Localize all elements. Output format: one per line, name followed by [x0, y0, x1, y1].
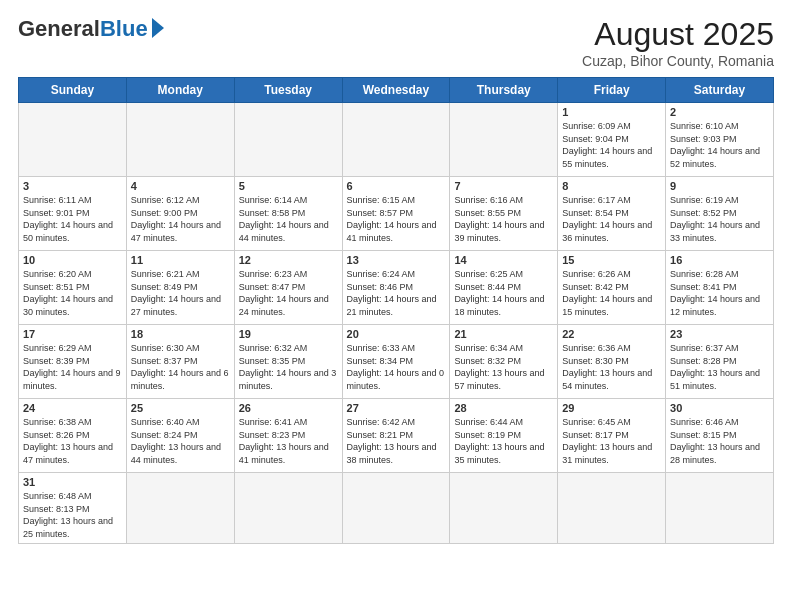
- day-number: 1: [562, 106, 661, 118]
- logo-blue-text: Blue: [100, 16, 148, 42]
- day-info: Sunrise: 6:19 AM Sunset: 8:52 PM Dayligh…: [670, 194, 769, 244]
- day-info: Sunrise: 6:15 AM Sunset: 8:57 PM Dayligh…: [347, 194, 446, 244]
- day-number: 28: [454, 402, 553, 414]
- day-number: 7: [454, 180, 553, 192]
- calendar-cell: 4Sunrise: 6:12 AM Sunset: 9:00 PM Daylig…: [126, 177, 234, 251]
- day-number: 9: [670, 180, 769, 192]
- day-number: 14: [454, 254, 553, 266]
- calendar-cell: 17Sunrise: 6:29 AM Sunset: 8:39 PM Dayli…: [19, 325, 127, 399]
- week-row-5: 31Sunrise: 6:48 AM Sunset: 8:13 PM Dayli…: [19, 473, 774, 544]
- day-number: 16: [670, 254, 769, 266]
- day-number: 2: [670, 106, 769, 118]
- day-info: Sunrise: 6:17 AM Sunset: 8:54 PM Dayligh…: [562, 194, 661, 244]
- month-title: August 2025: [582, 16, 774, 53]
- calendar-cell: 30Sunrise: 6:46 AM Sunset: 8:15 PM Dayli…: [666, 399, 774, 473]
- day-info: Sunrise: 6:16 AM Sunset: 8:55 PM Dayligh…: [454, 194, 553, 244]
- logo-triangle-icon: [152, 18, 164, 38]
- day-info: Sunrise: 6:46 AM Sunset: 8:15 PM Dayligh…: [670, 416, 769, 466]
- day-info: Sunrise: 6:41 AM Sunset: 8:23 PM Dayligh…: [239, 416, 338, 466]
- day-info: Sunrise: 6:42 AM Sunset: 8:21 PM Dayligh…: [347, 416, 446, 466]
- calendar-cell: 12Sunrise: 6:23 AM Sunset: 8:47 PM Dayli…: [234, 251, 342, 325]
- day-info: Sunrise: 6:44 AM Sunset: 8:19 PM Dayligh…: [454, 416, 553, 466]
- day-info: Sunrise: 6:10 AM Sunset: 9:03 PM Dayligh…: [670, 120, 769, 170]
- calendar-cell: 5Sunrise: 6:14 AM Sunset: 8:58 PM Daylig…: [234, 177, 342, 251]
- calendar-cell: 10Sunrise: 6:20 AM Sunset: 8:51 PM Dayli…: [19, 251, 127, 325]
- calendar-cell: 19Sunrise: 6:32 AM Sunset: 8:35 PM Dayli…: [234, 325, 342, 399]
- day-number: 12: [239, 254, 338, 266]
- calendar-cell: 22Sunrise: 6:36 AM Sunset: 8:30 PM Dayli…: [558, 325, 666, 399]
- day-info: Sunrise: 6:37 AM Sunset: 8:28 PM Dayligh…: [670, 342, 769, 392]
- week-row-2: 10Sunrise: 6:20 AM Sunset: 8:51 PM Dayli…: [19, 251, 774, 325]
- day-number: 20: [347, 328, 446, 340]
- calendar-cell: 29Sunrise: 6:45 AM Sunset: 8:17 PM Dayli…: [558, 399, 666, 473]
- calendar-cell: 31Sunrise: 6:48 AM Sunset: 8:13 PM Dayli…: [19, 473, 127, 544]
- logo: General Blue: [18, 16, 164, 42]
- day-number: 15: [562, 254, 661, 266]
- calendar-cell: [666, 473, 774, 544]
- calendar-cell: 14Sunrise: 6:25 AM Sunset: 8:44 PM Dayli…: [450, 251, 558, 325]
- day-number: 21: [454, 328, 553, 340]
- calendar-cell: [19, 103, 127, 177]
- calendar-cell: 13Sunrise: 6:24 AM Sunset: 8:46 PM Dayli…: [342, 251, 450, 325]
- day-info: Sunrise: 6:23 AM Sunset: 8:47 PM Dayligh…: [239, 268, 338, 318]
- calendar-cell: 9Sunrise: 6:19 AM Sunset: 8:52 PM Daylig…: [666, 177, 774, 251]
- calendar-cell: 8Sunrise: 6:17 AM Sunset: 8:54 PM Daylig…: [558, 177, 666, 251]
- day-info: Sunrise: 6:20 AM Sunset: 8:51 PM Dayligh…: [23, 268, 122, 318]
- week-row-0: 1Sunrise: 6:09 AM Sunset: 9:04 PM Daylig…: [19, 103, 774, 177]
- day-info: Sunrise: 6:11 AM Sunset: 9:01 PM Dayligh…: [23, 194, 122, 244]
- calendar-cell: 6Sunrise: 6:15 AM Sunset: 8:57 PM Daylig…: [342, 177, 450, 251]
- weekday-header-tuesday: Tuesday: [234, 78, 342, 103]
- calendar-cell: [450, 473, 558, 544]
- day-info: Sunrise: 6:26 AM Sunset: 8:42 PM Dayligh…: [562, 268, 661, 318]
- day-info: Sunrise: 6:14 AM Sunset: 8:58 PM Dayligh…: [239, 194, 338, 244]
- day-info: Sunrise: 6:36 AM Sunset: 8:30 PM Dayligh…: [562, 342, 661, 392]
- day-info: Sunrise: 6:30 AM Sunset: 8:37 PM Dayligh…: [131, 342, 230, 392]
- day-number: 8: [562, 180, 661, 192]
- day-number: 18: [131, 328, 230, 340]
- day-number: 6: [347, 180, 446, 192]
- day-number: 25: [131, 402, 230, 414]
- calendar-cell: 15Sunrise: 6:26 AM Sunset: 8:42 PM Dayli…: [558, 251, 666, 325]
- calendar-cell: 25Sunrise: 6:40 AM Sunset: 8:24 PM Dayli…: [126, 399, 234, 473]
- calendar-cell: [450, 103, 558, 177]
- calendar-cell: 27Sunrise: 6:42 AM Sunset: 8:21 PM Dayli…: [342, 399, 450, 473]
- calendar-cell: 23Sunrise: 6:37 AM Sunset: 8:28 PM Dayli…: [666, 325, 774, 399]
- day-info: Sunrise: 6:28 AM Sunset: 8:41 PM Dayligh…: [670, 268, 769, 318]
- day-number: 11: [131, 254, 230, 266]
- day-number: 5: [239, 180, 338, 192]
- calendar-cell: [126, 473, 234, 544]
- day-number: 30: [670, 402, 769, 414]
- day-info: Sunrise: 6:48 AM Sunset: 8:13 PM Dayligh…: [23, 490, 122, 540]
- header: General Blue August 2025 Cuzap, Bihor Co…: [18, 16, 774, 69]
- calendar-cell: [558, 473, 666, 544]
- weekday-header-friday: Friday: [558, 78, 666, 103]
- day-number: 3: [23, 180, 122, 192]
- day-info: Sunrise: 6:32 AM Sunset: 8:35 PM Dayligh…: [239, 342, 338, 392]
- calendar-cell: [126, 103, 234, 177]
- day-info: Sunrise: 6:21 AM Sunset: 8:49 PM Dayligh…: [131, 268, 230, 318]
- day-number: 24: [23, 402, 122, 414]
- calendar-cell: 2Sunrise: 6:10 AM Sunset: 9:03 PM Daylig…: [666, 103, 774, 177]
- weekday-header-thursday: Thursday: [450, 78, 558, 103]
- day-number: 29: [562, 402, 661, 414]
- calendar-cell: [342, 103, 450, 177]
- calendar-cell: [342, 473, 450, 544]
- day-info: Sunrise: 6:40 AM Sunset: 8:24 PM Dayligh…: [131, 416, 230, 466]
- day-number: 4: [131, 180, 230, 192]
- calendar-cell: 26Sunrise: 6:41 AM Sunset: 8:23 PM Dayli…: [234, 399, 342, 473]
- day-number: 22: [562, 328, 661, 340]
- calendar-cell: 18Sunrise: 6:30 AM Sunset: 8:37 PM Dayli…: [126, 325, 234, 399]
- calendar-cell: [234, 103, 342, 177]
- day-info: Sunrise: 6:24 AM Sunset: 8:46 PM Dayligh…: [347, 268, 446, 318]
- day-info: Sunrise: 6:12 AM Sunset: 9:00 PM Dayligh…: [131, 194, 230, 244]
- weekday-header-saturday: Saturday: [666, 78, 774, 103]
- title-area: August 2025 Cuzap, Bihor County, Romania: [582, 16, 774, 69]
- day-info: Sunrise: 6:38 AM Sunset: 8:26 PM Dayligh…: [23, 416, 122, 466]
- week-row-4: 24Sunrise: 6:38 AM Sunset: 8:26 PM Dayli…: [19, 399, 774, 473]
- location: Cuzap, Bihor County, Romania: [582, 53, 774, 69]
- calendar-table: SundayMondayTuesdayWednesdayThursdayFrid…: [18, 77, 774, 544]
- logo-area: General Blue: [18, 16, 164, 42]
- calendar-cell: 11Sunrise: 6:21 AM Sunset: 8:49 PM Dayli…: [126, 251, 234, 325]
- calendar-cell: 1Sunrise: 6:09 AM Sunset: 9:04 PM Daylig…: [558, 103, 666, 177]
- calendar-cell: 3Sunrise: 6:11 AM Sunset: 9:01 PM Daylig…: [19, 177, 127, 251]
